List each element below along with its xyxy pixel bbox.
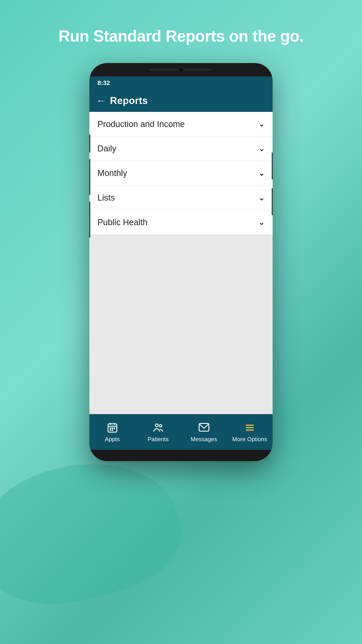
list-item-label: Monthly [97, 168, 127, 178]
back-button[interactable]: ← [96, 96, 105, 105]
svg-point-9 [155, 424, 158, 427]
phone-bottom-bar [89, 450, 273, 461]
nav-item-appts[interactable]: Appts [89, 422, 135, 443]
svg-rect-4 [110, 427, 111, 429]
nav-item-more-options[interactable]: More Options [227, 422, 273, 443]
list-item-label: Production and Income [97, 120, 185, 129]
phone-top-bar [89, 63, 273, 76]
svg-rect-11 [199, 423, 209, 431]
list-item-daily[interactable]: Daily ⌄ [89, 136, 273, 161]
volume-up-button [89, 159, 90, 195]
bottom-navigation: Appts Patients [89, 414, 273, 450]
list-item-label: Lists [97, 193, 115, 202]
status-bar: 8:32 [89, 76, 273, 90]
nav-label-messages: Messages [191, 436, 217, 443]
list-item-public-health[interactable]: Public Health ⌄ [89, 210, 273, 235]
chevron-down-icon: ⌄ [259, 169, 265, 178]
chevron-down-icon: ⌄ [259, 194, 265, 202]
list-item-label: Daily [97, 144, 116, 154]
nav-item-messages[interactable]: Messages [181, 422, 227, 443]
mute-button [89, 134, 90, 152]
svg-point-10 [159, 424, 162, 427]
svg-rect-6 [113, 427, 115, 429]
phone-shell: 8:32 ← Reports Production and Income ⌄ D… [89, 63, 273, 461]
more-options-icon [244, 422, 256, 434]
content-area: Production and Income ⌄ Daily ⌄ Monthly … [89, 112, 273, 414]
volume-down-button [89, 202, 90, 238]
nav-item-patients[interactable]: Patients [135, 422, 181, 443]
background-wave [0, 442, 193, 623]
list-item-monthly[interactable]: Monthly ⌄ [89, 161, 273, 186]
appts-icon [106, 422, 119, 434]
power-button [272, 152, 273, 179]
svg-rect-7 [110, 429, 111, 430]
nav-label-appts: Appts [105, 436, 120, 443]
messages-icon [198, 422, 210, 434]
phone-screen: 8:32 ← Reports Production and Income ⌄ D… [89, 76, 273, 450]
front-camera [178, 67, 184, 73]
app-header: ← Reports [89, 90, 273, 112]
svg-rect-5 [111, 427, 113, 429]
svg-rect-8 [111, 429, 113, 430]
chevron-down-icon: ⌄ [259, 120, 265, 128]
list-item-lists[interactable]: Lists ⌄ [89, 186, 273, 210]
hero-heading: Run Standard Reports on the go. [58, 27, 304, 45]
list-item-production-income[interactable]: Production and Income ⌄ [89, 112, 273, 136]
status-time: 8:32 [97, 80, 110, 86]
nav-label-patients: Patients [148, 436, 169, 443]
nav-label-more-options: More Options [232, 436, 267, 443]
chevron-down-icon: ⌄ [259, 144, 265, 153]
screen-title: Reports [110, 95, 148, 106]
chevron-down-icon: ⌄ [259, 218, 265, 227]
list-item-label: Public Health [97, 218, 147, 227]
patients-icon [152, 422, 164, 434]
volume-button-right [272, 188, 273, 215]
